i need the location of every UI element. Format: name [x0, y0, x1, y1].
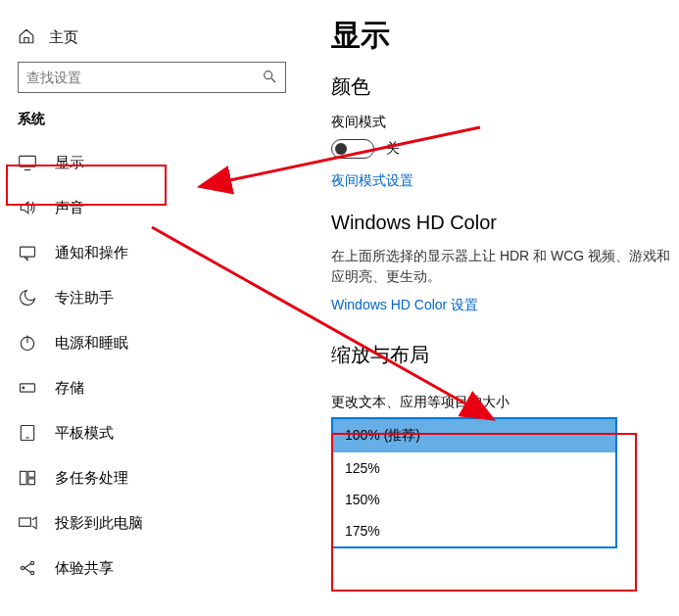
- hd-section-title: Windows HD Color: [331, 212, 679, 234]
- svg-point-17: [30, 571, 33, 574]
- svg-rect-4: [21, 247, 35, 257]
- search-input[interactable]: [26, 70, 262, 85]
- night-mode-settings-link[interactable]: 夜间模式设置: [331, 172, 679, 190]
- svg-line-1: [271, 78, 275, 82]
- hd-settings-link[interactable]: Windows HD Color 设置: [331, 297, 679, 314]
- page-title: 显示: [331, 16, 679, 56]
- sidebar-item-label: 专注助手: [55, 289, 114, 308]
- sidebar-item-storage[interactable]: 存储: [10, 365, 294, 410]
- home-label: 主页: [49, 28, 78, 47]
- sidebar-item-project[interactable]: 投影到此电脑: [10, 500, 294, 545]
- scale-option-100[interactable]: 100% (推荐): [333, 419, 615, 452]
- search-box[interactable]: [18, 62, 286, 93]
- svg-point-15: [21, 566, 24, 569]
- scale-section-title: 缩放与布局: [331, 342, 679, 368]
- search-icon: [262, 69, 277, 87]
- svg-point-16: [30, 561, 33, 564]
- sidebar-item-focus[interactable]: 专注助手: [10, 275, 294, 320]
- home-icon: [18, 27, 35, 48]
- sidebar-item-label: 声音: [55, 199, 84, 217]
- night-mode-toggle[interactable]: [331, 139, 374, 159]
- night-mode-label: 夜间模式: [331, 114, 679, 131]
- sidebar-item-label: 存储: [55, 379, 84, 398]
- svg-rect-11: [21, 471, 27, 484]
- category-label: 系统: [10, 111, 294, 136]
- sidebar-item-label: 平板模式: [55, 424, 114, 443]
- svg-rect-2: [20, 156, 36, 166]
- sidebar-item-sound[interactable]: 声音: [10, 185, 294, 230]
- hd-description: 在上面所选择的显示器上让 HDR 和 WCG 视频、游戏和应明亮、更生动。: [331, 246, 679, 287]
- storage-icon: [18, 378, 37, 398]
- scale-dropdown[interactable]: 100% (推荐) 125% 150% 175%: [331, 417, 617, 548]
- sidebar-item-display[interactable]: 显示: [10, 140, 294, 185]
- scale-option-150[interactable]: 150%: [333, 484, 615, 515]
- color-section-title: 颜色: [331, 73, 679, 100]
- share-icon: [18, 558, 37, 578]
- svg-rect-13: [28, 479, 35, 485]
- notification-icon: [18, 243, 37, 262]
- sidebar-item-notifications[interactable]: 通知和操作: [10, 230, 294, 275]
- sidebar-item-shared[interactable]: 体验共享: [10, 545, 294, 591]
- scale-option-125[interactable]: 125%: [333, 452, 615, 484]
- svg-rect-14: [20, 518, 31, 526]
- sidebar-item-label: 多任务处理: [55, 469, 128, 488]
- display-icon: [18, 153, 37, 172]
- svg-point-0: [265, 71, 272, 78]
- scale-option-175[interactable]: 175%: [333, 515, 615, 546]
- home-nav[interactable]: 主页: [10, 20, 294, 62]
- sidebar: 主页 系统 显示 声音 通知和操作: [0, 0, 304, 616]
- toggle-state-label: 关: [386, 140, 400, 158]
- sidebar-item-label: 投影到此电脑: [55, 514, 143, 533]
- sidebar-item-multitask[interactable]: 多任务处理: [10, 455, 294, 500]
- sidebar-item-label: 通知和操作: [55, 244, 128, 262]
- project-icon: [18, 513, 37, 533]
- main-content: 显示 颜色 夜间模式 关 夜间模式设置 Windows HD Color 在上面…: [304, 0, 679, 616]
- sidebar-item-label: 显示: [55, 154, 84, 172]
- power-icon: [18, 333, 37, 353]
- multitask-icon: [18, 468, 37, 488]
- sidebar-item-label: 体验共享: [55, 559, 114, 578]
- sound-icon: [18, 198, 37, 217]
- sidebar-item-label: 电源和睡眠: [55, 334, 128, 353]
- sidebar-item-tablet[interactable]: 平板模式: [10, 410, 294, 455]
- scale-label: 更改文本、应用等项目的大小: [331, 390, 679, 411]
- svg-point-8: [23, 387, 24, 389]
- sidebar-item-power[interactable]: 电源和睡眠: [10, 320, 294, 365]
- focus-icon: [18, 288, 37, 308]
- svg-rect-12: [28, 471, 35, 477]
- tablet-icon: [18, 423, 37, 443]
